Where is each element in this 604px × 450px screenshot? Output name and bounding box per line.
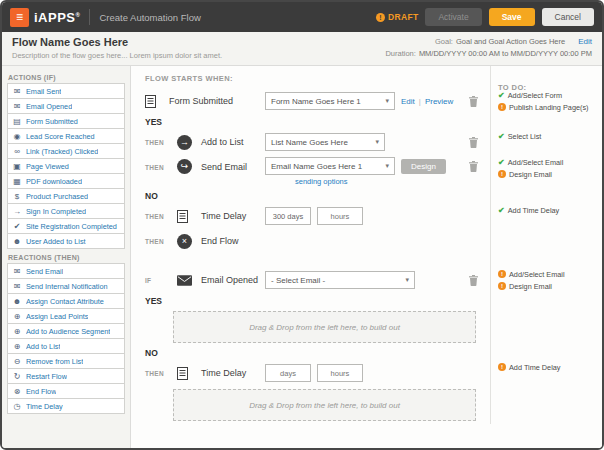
time-delay-hours-input[interactable] (317, 207, 363, 225)
sidebar-action-lead-score-reached[interactable]: ◉Lead Score Reached (7, 128, 125, 144)
flow-step-send-email: THEN ↪ Send Email Email Name Goes Here 1… (131, 155, 490, 189)
todo-group-6: !Add Time Delay (490, 360, 602, 386)
time-delay-days-input[interactable] (265, 207, 311, 225)
sidebar-item-label: Email Opened (26, 102, 72, 111)
sending-options-link[interactable]: sending options (295, 177, 446, 186)
todo-text: Select List (508, 132, 542, 141)
todo-text: Publish Landing Page(s) (509, 103, 589, 112)
todo-item: !Add Time Delay (498, 363, 598, 372)
check-icon: ✔ (12, 222, 22, 231)
logo-text: iAPPS® (34, 10, 80, 25)
select-email-dropdown[interactable]: - Select Email -▾ (265, 271, 415, 289)
then-label: THEN (145, 238, 171, 245)
time-delay-hours-input[interactable] (317, 364, 363, 382)
check-icon: ✔ (498, 158, 505, 167)
end-flow-icon: × (177, 234, 195, 249)
email-select-value: - Select Email - (271, 276, 325, 285)
no-label: NO (145, 348, 158, 358)
sidebar-reaction-add-to-audience-segment[interactable]: ⊕Add to Audience Segment (7, 323, 125, 339)
sidebar-action-form-submitted[interactable]: ▤Form Submitted (7, 113, 125, 129)
preview-form-link[interactable]: Preview (425, 97, 453, 106)
email-opened-icon (177, 275, 195, 286)
no-label: NO (145, 191, 158, 201)
page-title: Create Automation Flow (99, 12, 200, 23)
sidebar-reaction-assign-contact-attribute[interactable]: ☻Assign Contact Attribute (7, 293, 125, 309)
topbar-actions: ! DRAFT Activate Save Cancel (376, 8, 594, 26)
score-icon: ◉ (12, 132, 22, 141)
sidebar-item-label: PDF downloaded (26, 177, 82, 186)
drag-drop-zone[interactable]: Drag & Drop from the left here, to build… (173, 311, 476, 343)
todo-spacer (490, 346, 602, 360)
time-delay-days-input[interactable] (265, 364, 311, 382)
save-button[interactable]: Save (489, 8, 535, 26)
flow-step-email-opened: IF Email Opened - Select Email -▾ (131, 267, 490, 293)
sidebar-item-label: Site Registration Completed (26, 222, 117, 231)
sidebar-reaction-add-to-list[interactable]: ⊕Add to List (7, 338, 125, 354)
yes-label: YES (145, 117, 162, 127)
dollar-icon: $ (12, 192, 22, 201)
sidebar-reaction-send-internal-notification[interactable]: ✉Send Internal Notification (7, 278, 125, 294)
sidebar-item-label: Page Viewed (26, 162, 69, 171)
todo-text: Add/Select Form (508, 91, 562, 100)
todo-spacer (490, 229, 602, 253)
sidebar-action-sign-in-completed[interactable]: →Sign In Completed (7, 203, 125, 219)
edit-goal-link[interactable]: Edit (578, 36, 592, 48)
form-select-value: Form Name Goes Here 1 (271, 97, 361, 106)
then-label: THEN (145, 213, 171, 220)
sidebar-item-label: Assign Contact Attribute (26, 297, 104, 306)
sidebar-reaction-end-flow[interactable]: ⊗End Flow (7, 383, 125, 399)
sidebar-item-label: End Flow (26, 387, 56, 396)
sidebar: ACTIONS (IF) ✉Email Sent ✉Email Opened ▤… (2, 66, 131, 448)
sidebar-reaction-send-email[interactable]: ✉Send Email (7, 263, 125, 279)
draft-warning-icon: ! (376, 13, 385, 22)
form-select[interactable]: Form Name Goes Here 1▾ (265, 92, 395, 110)
list-select[interactable]: List Name Goes Here▾ (265, 133, 385, 151)
sidebar-action-email-opened[interactable]: ✉Email Opened (7, 98, 125, 114)
pending-icon: ! (498, 270, 506, 278)
todo-item: ✔Add/Select Email (498, 158, 598, 167)
sidebar-item-label: User Added to List (26, 237, 86, 246)
pdf-icon: ▦ (12, 177, 22, 186)
delete-step-icon[interactable] (469, 161, 478, 172)
todo-item: !Add/Select Email (498, 270, 598, 279)
flow-description: Description of the flow goes here... Lor… (12, 51, 222, 60)
sidebar-action-site-registration-completed[interactable]: ✔Site Registration Completed (7, 218, 125, 234)
sidebar-action-product-purchased[interactable]: $Product Purchased (7, 188, 125, 204)
minus-icon: ⊖ (12, 357, 22, 366)
todo-spacer (490, 253, 602, 267)
step-label: Email Opened (201, 275, 259, 285)
sidebar-reaction-restart-flow[interactable]: ↻Restart Flow (7, 368, 125, 384)
design-button[interactable]: Design (401, 159, 446, 174)
registered-mark: ® (76, 11, 81, 17)
sidebar-action-link-clicked[interactable]: ∞Link (Tracked) Clicked (7, 143, 125, 159)
sidebar-item-label: Add to Audience Segment (26, 327, 110, 336)
sidebar-action-pdf-downloaded[interactable]: ▦PDF downloaded (7, 173, 125, 189)
dropzone-row-1: Drag & Drop from the left here, to build… (131, 308, 490, 346)
sidebar-reaction-remove-from-list[interactable]: ⊖Remove from List (7, 353, 125, 369)
sidebar-action-page-viewed[interactable]: ▣Page Viewed (7, 158, 125, 174)
chevron-down-icon: ▾ (385, 162, 389, 170)
delete-step-icon[interactable] (469, 137, 478, 148)
step-label: End Flow (201, 236, 259, 246)
sidebar-reaction-time-delay[interactable]: ◷Time Delay (7, 398, 125, 414)
sidebar-reaction-assign-lead-points[interactable]: ⊕Assign Lead Points (7, 308, 125, 324)
edit-form-link[interactable]: Edit (401, 97, 415, 106)
yes-label: YES (145, 296, 162, 306)
draft-label: DRAFT (388, 12, 418, 22)
delete-step-icon[interactable] (469, 96, 478, 107)
todo-group-1: ✔Add/Select Form !Publish Landing Page(s… (490, 88, 602, 114)
sidebar-action-email-sent[interactable]: ✉Email Sent (7, 83, 125, 99)
drag-drop-zone[interactable]: Drag & Drop from the left here, to build… (173, 389, 476, 421)
form-links: Edit | Preview (401, 97, 453, 106)
send-email-icon: ↪ (177, 159, 195, 174)
activate-button[interactable]: Activate (425, 8, 481, 26)
reply-arrow-icon: ↪ (177, 159, 192, 174)
todo-item: ✔Select List (498, 132, 598, 141)
sidebar-item-label: Form Submitted (26, 117, 78, 126)
email-select[interactable]: Email Name Goes Here 1▾ (265, 157, 395, 175)
delete-step-icon[interactable] (469, 275, 478, 286)
flow-info-bar: Flow Name Goes Here Description of the f… (2, 32, 602, 66)
sidebar-item-label: Assign Lead Points (26, 312, 88, 321)
cancel-button[interactable]: Cancel (542, 8, 594, 26)
sidebar-action-user-added-to-list[interactable]: ☻User Added to List (7, 233, 125, 249)
